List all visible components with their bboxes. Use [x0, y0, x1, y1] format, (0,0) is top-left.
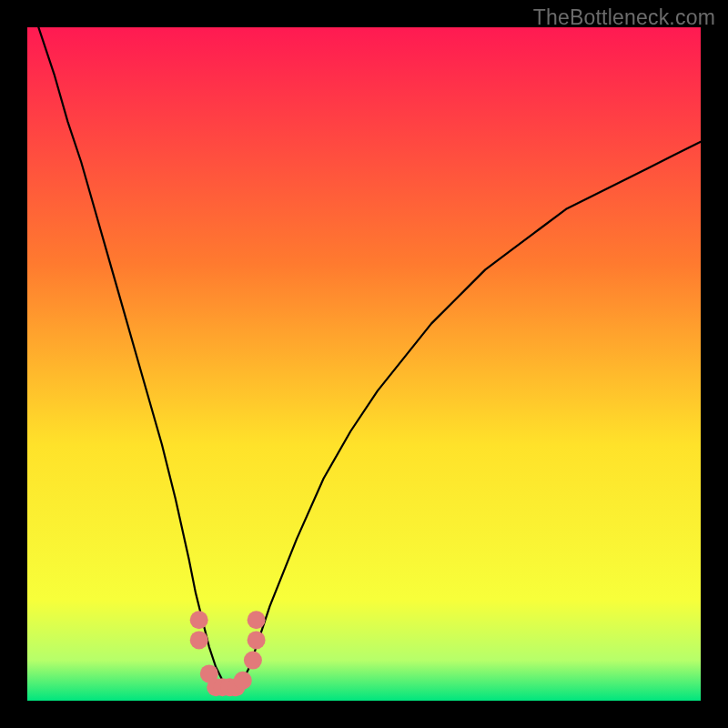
curve-marker — [234, 672, 252, 690]
watermark-text: TheBottleneck.com — [533, 5, 715, 30]
chart-stage: TheBottleneck.com — [0, 0, 728, 728]
curve-marker — [190, 611, 208, 629]
curve-marker — [190, 631, 208, 649]
curve-marker — [244, 652, 262, 670]
chart-plot — [27, 27, 701, 701]
curve-marker — [248, 631, 266, 649]
chart-background-gradient — [27, 27, 701, 701]
curve-marker — [248, 611, 266, 629]
